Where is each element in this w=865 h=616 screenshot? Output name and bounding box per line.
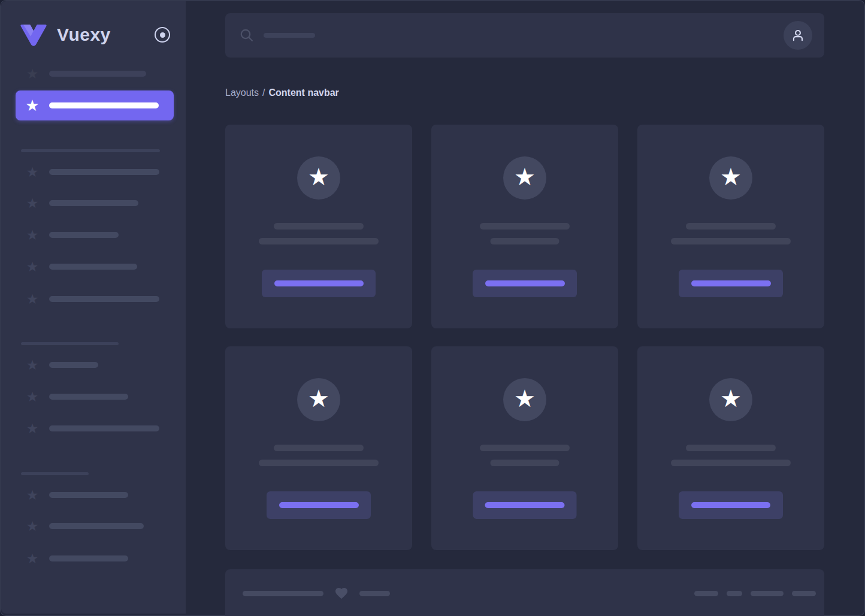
card-button[interactable] [267,491,371,519]
user-icon [790,28,806,43]
star-icon: ★ [514,155,536,198]
user-avatar[interactable] [784,21,812,50]
card-avatar-circle: ★ [297,156,340,200]
star-icon: ★ [308,155,329,198]
star-icon: ★ [25,421,40,436]
sidebar-item[interactable]: ★ [16,551,174,566]
card-subtitle-skeleton [671,460,791,466]
star-icon: ★ [25,227,40,243]
sidebar-section-header-skeleton [21,342,119,345]
card-title-skeleton [480,223,570,230]
breadcrumb-current: Content navbar [269,87,339,98]
sidebar-item[interactable]: ★ [16,389,174,404]
breadcrumb-section[interactable]: Layouts [225,87,259,98]
star-icon: ★ [308,377,329,420]
menu-label-skeleton [49,394,128,400]
card-avatar-circle: ★ [297,378,340,421]
sidebar-pin-toggle-icon[interactable] [155,27,170,43]
button-label-skeleton [691,280,771,286]
vuexy-logo-icon [19,23,48,46]
card-button[interactable] [473,270,577,297]
menu-label-skeleton [49,492,128,498]
star-icon: ★ [25,195,40,211]
footer-left [243,582,390,604]
card-button[interactable] [679,491,783,519]
card-subtitle-skeleton [259,460,379,466]
footer-text-skeleton [243,591,323,596]
content-card: ★ [225,125,412,328]
star-icon: ★ [25,259,40,274]
menu-label-skeleton [49,362,98,368]
footer-card [225,569,824,616]
content-card: ★ [431,125,618,328]
footer-text-skeleton [359,591,390,596]
star-icon: ★ [25,357,40,373]
star-icon: ★ [25,487,40,503]
menu-label-skeleton [49,200,138,206]
sidebar-item[interactable]: ★ [16,227,174,243]
sidebar: Vuexy ★★★★★★★★★★★★★ [1,1,186,614]
footer-link-skeleton [727,591,742,596]
content-card: ★ [225,346,412,550]
card-button[interactable] [262,270,376,297]
star-icon: ★ [25,389,40,404]
star-icon: ★ [25,291,40,307]
sidebar-item[interactable]: ★ [16,195,174,211]
sidebar-section-header-skeleton [21,472,89,475]
menu-label-skeleton [49,232,119,238]
sidebar-item[interactable]: ★ [16,357,174,373]
top-navbar [225,13,824,58]
menu-label-skeleton [49,169,159,175]
sidebar-item[interactable]: ★ [16,164,174,180]
breadcrumb-separator: / [262,87,265,98]
card-subtitle-skeleton [491,238,559,244]
button-label-skeleton [485,502,565,508]
sidebar-item-active[interactable]: ★ [16,90,174,120]
sidebar-item[interactable]: ★ [16,487,174,503]
card-avatar-circle: ★ [709,378,752,421]
button-label-skeleton [485,280,565,286]
footer-link-skeleton [694,591,718,596]
star-icon: ★ [720,155,742,198]
card-title-skeleton [686,445,776,451]
menu-label-skeleton [49,555,128,561]
star-icon: ★ [25,551,40,566]
star-icon: ★ [720,377,742,420]
star-icon: ★ [25,164,40,180]
content-card: ★ [637,125,824,328]
app-frame: Vuexy ★★★★★★★★★★★★★ Layouts/Content n [0,0,865,616]
sidebar-item[interactable]: ★ [16,421,174,436]
menu-label-skeleton [49,296,159,302]
search-input[interactable] [240,28,315,43]
card-title-skeleton [686,223,776,230]
card-title-skeleton [274,223,364,230]
sidebar-item[interactable]: ★ [16,518,174,534]
star-icon: ★ [25,90,40,120]
search-placeholder-skeleton [264,33,315,38]
search-icon [240,28,254,43]
sidebar-header: Vuexy [19,23,170,47]
menu-label-skeleton [49,425,159,431]
sidebar-section-header-skeleton [21,149,160,152]
footer-link-skeleton [751,591,784,596]
sidebar-item[interactable]: ★ [16,291,174,307]
sidebar-item[interactable]: ★ [16,66,174,81]
breadcrumb: Layouts/Content navbar [225,87,339,98]
card-subtitle-skeleton [671,238,791,244]
menu-label-skeleton [49,102,159,108]
toggle-dot [160,32,165,38]
star-icon: ★ [25,518,40,534]
card-button[interactable] [679,270,783,297]
card-subtitle-skeleton [491,460,559,466]
card-subtitle-skeleton [259,238,379,244]
card-avatar-circle: ★ [503,156,546,200]
card-button[interactable] [473,491,577,519]
card-title-skeleton [480,445,570,451]
button-label-skeleton [274,280,364,286]
menu-label-skeleton [49,71,146,77]
content-card: ★ [637,346,824,550]
footer-right [686,582,816,604]
sidebar-item[interactable]: ★ [16,259,174,274]
card-avatar-circle: ★ [503,378,546,421]
button-label-skeleton [279,502,359,508]
